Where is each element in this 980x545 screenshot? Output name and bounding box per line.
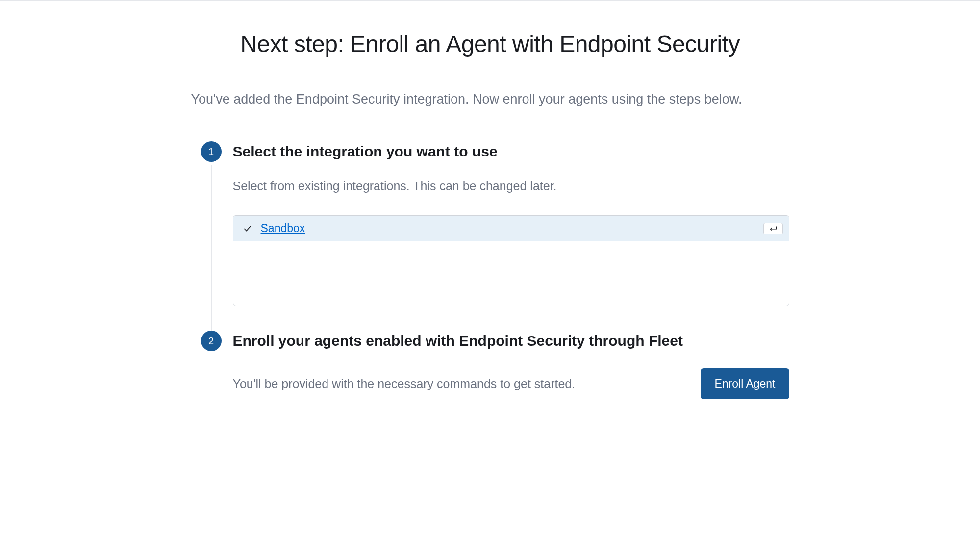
- step-2: 2 Enroll your agents enabled with Endpoi…: [201, 331, 789, 399]
- step-1: 1 Select the integration you want to use…: [201, 141, 789, 306]
- enter-key-icon: [763, 223, 783, 234]
- page-title: Next step: Enroll an Agent with Endpoint…: [191, 30, 789, 57]
- step-connector-line: [211, 165, 212, 335]
- integration-option-label[interactable]: Sandbox: [261, 222, 305, 235]
- step-1-description: Select from existing integrations. This …: [233, 179, 789, 193]
- page-subtitle: You've added the Endpoint Security integ…: [191, 92, 789, 107]
- step-1-title: Select the integration you want to use: [233, 141, 789, 162]
- check-icon: [243, 224, 252, 233]
- step-1-number-badge: 1: [201, 141, 222, 162]
- integration-option-sandbox[interactable]: Sandbox: [233, 216, 789, 241]
- step-2-number-badge: 2: [201, 331, 222, 351]
- steps-container: 1 Select the integration you want to use…: [191, 141, 789, 399]
- step-2-description: You'll be provided with the necessary co…: [233, 377, 686, 391]
- enroll-agent-button[interactable]: Enroll Agent: [701, 368, 789, 399]
- integration-select-box[interactable]: Sandbox: [233, 215, 789, 306]
- step-2-title: Enroll your agents enabled with Endpoint…: [233, 331, 789, 351]
- step-2-action-row: You'll be provided with the necessary co…: [233, 368, 789, 399]
- main-container: Next step: Enroll an Agent with Endpoint…: [172, 1, 809, 453]
